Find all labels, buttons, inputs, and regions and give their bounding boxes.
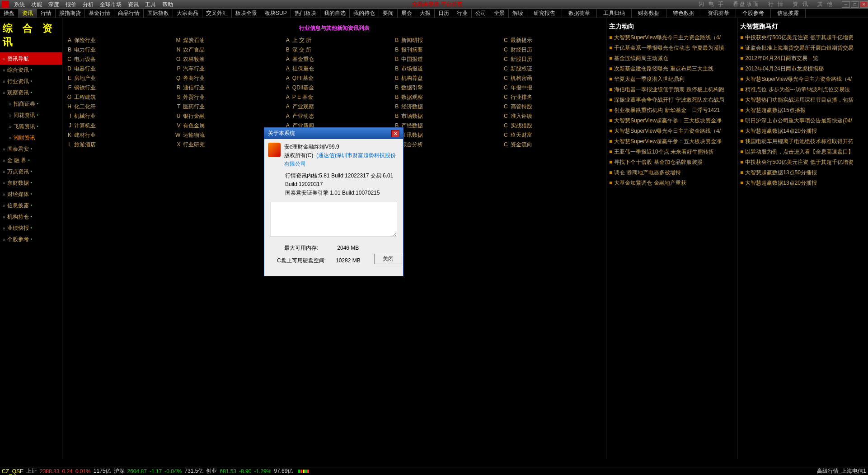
sidebar-item-财经媒体[interactable]: »财经媒体*	[0, 189, 62, 200]
tab-数据荟萃[interactable]: 数据荟萃	[562, 9, 597, 18]
list-item-年报中报[interactable]: C年报中报	[501, 83, 604, 93]
list-item-社保重仓[interactable]: A社保重仓	[282, 64, 386, 74]
tab-操盘[interactable]: 操盘	[0, 9, 19, 18]
menu-报价[interactable]: 报价	[62, 1, 80, 8]
news-item[interactable]: ■大基金加紧调仓 金融地产重获	[608, 178, 735, 188]
tab-特色数据[interactable]: 特色数据	[666, 9, 701, 18]
list-item-建材行业[interactable]: K建材行业	[64, 130, 168, 140]
tab-展会[interactable]: 展会	[398, 9, 416, 18]
list-item-基金重仓[interactable]: A基金重仓	[282, 55, 386, 64]
tab-板块SUP[interactable]: 板块SUP	[261, 9, 291, 18]
tab-我的持仓[interactable]: 我的持仓	[350, 9, 379, 18]
list-item-资金流向[interactable]: C资金流向	[501, 140, 604, 149]
list-item-机构荐盘[interactable]: B机构荐盘	[391, 74, 495, 83]
list-item-产业动态[interactable]: A产业动态	[282, 112, 386, 121]
list-item-数据引擎[interactable]: B数据引擎	[391, 83, 495, 93]
list-item-深 交 所[interactable]: B深 交 所	[282, 45, 386, 55]
list-item-医药行业[interactable]: T医药行业	[173, 102, 277, 112]
tab-基金行情[interactable]: 基金行情	[85, 9, 114, 18]
list-item-煤炭石油[interactable]: M煤炭石油	[173, 36, 277, 45]
nav-资讯[interactable]: 资 讯	[793, 0, 809, 8]
tab-信息披露[interactable]: 信息披露	[771, 9, 806, 18]
news-item[interactable]: ■大智慧SuperView超赢午参：五大板块资金净	[608, 136, 735, 147]
menu-帮助[interactable]: 帮助	[159, 1, 176, 8]
tab-行业[interactable]: 行业	[453, 9, 472, 18]
news-item[interactable]: ■大智慧SuperView曝光今日主力资金路线（4/	[608, 126, 735, 136]
news-item[interactable]: ■大智慧超赢数据14点20分播报	[739, 126, 866, 136]
tab-资讯荟萃[interactable]: 资讯荟萃	[701, 9, 736, 18]
close-button[interactable]: ✕	[860, 1, 868, 8]
news-item[interactable]: ■大智慧热门功能实战运用课程节目点播，包括	[739, 95, 866, 105]
news-item[interactable]: ■调仓 券商地产电器多被增持	[608, 168, 735, 178]
list-item-农林牧渔[interactable]: O农林牧渔	[173, 55, 277, 64]
news-item[interactable]: ■基金连续两周主动减仓	[608, 53, 735, 64]
list-item-准入评级[interactable]: C准入评级	[501, 112, 604, 121]
news-item[interactable]: ■2012年04月24日两市交易一览	[739, 53, 866, 64]
news-item[interactable]: ■证监会批准上海期货交易所开展白银期货交易	[739, 43, 866, 53]
tab-国际指数[interactable]: 国际指数	[144, 9, 173, 18]
tab-商品行情[interactable]: 商品行情	[114, 9, 144, 18]
tab-全景[interactable]: 全景	[490, 9, 509, 18]
dialog-textarea[interactable]	[271, 202, 397, 237]
list-item-电力设备[interactable]: C电力设备	[64, 55, 168, 64]
news-item[interactable]: ■大智慧超赢数据15点播报	[739, 105, 866, 116]
news-item[interactable]: ■华夏大盘一季度潜入世纪鼎利	[608, 74, 735, 84]
news-item[interactable]: ■大智慧SuperView曝光今日主力资金路线（4/	[608, 33, 735, 43]
status-code[interactable]: CZ_QSE	[2, 468, 23, 475]
sidebar-item-综合资讯[interactable]: »综合资讯*	[0, 65, 62, 76]
news-item[interactable]: ■以异动股为例，点击进入看【全息高速盘口】	[739, 147, 866, 157]
tab-要闻[interactable]: 要闻	[379, 9, 398, 18]
list-item-机构密函[interactable]: C机构密函	[501, 74, 604, 83]
news-item[interactable]: ■大智慧超赢数据13点20分播报	[739, 178, 866, 188]
sidebar-item-行业资讯[interactable]: »行业资讯*	[0, 76, 62, 87]
tab-解读[interactable]: 解读	[509, 9, 527, 18]
nav-其他[interactable]: 其 他	[817, 0, 834, 8]
list-item-券商行业[interactable]: Q券商行业	[173, 74, 277, 83]
list-item-新闻研报[interactable]: B新闻研报	[391, 36, 495, 45]
list-item-计算机业[interactable]: J计算机业	[64, 121, 168, 130]
dialog-titlebar[interactable]: 关于本系统 ✕	[264, 128, 403, 139]
news-item[interactable]: ■海信电器一季报业绩低于预期 跌停板上机构跑	[608, 84, 735, 95]
list-item-电力行业[interactable]: B电力行业	[64, 45, 168, 55]
list-item-市场报道[interactable]: B市场报道	[391, 64, 495, 74]
news-item[interactable]: ■次新基金建仓路径曝光 重点布局三大主线	[608, 64, 735, 74]
dialog-close-icon[interactable]: ✕	[391, 130, 399, 137]
list-item-行业研究[interactable]: X行业研究	[173, 140, 277, 149]
menu-资讯[interactable]: 资讯	[125, 1, 142, 8]
list-item-工程建筑[interactable]: G工程建筑	[64, 93, 168, 102]
news-item[interactable]: ■明日沪深上市公司重大事项公告最新快递(04/	[739, 116, 866, 126]
list-item-新股权证[interactable]: C新股权证	[501, 64, 604, 74]
news-item[interactable]: ■中投获央行500亿美元注资 低于其超千亿增资	[739, 157, 866, 168]
tab-我的自选[interactable]: 我的自选	[320, 9, 350, 18]
sz-index[interactable]: 2604.87	[127, 468, 147, 475]
list-item-旅游酒店[interactable]: L旅游酒店	[64, 140, 168, 149]
list-item-保险行业[interactable]: A保险行业	[64, 36, 168, 45]
dialog-close-button[interactable]: 关闭	[374, 254, 402, 264]
nav-行情[interactable]: 行 情	[768, 0, 784, 8]
sh-index[interactable]: 2388.83	[40, 468, 59, 475]
sidebar-item-观察资讯[interactable]: »观察资讯*	[0, 87, 62, 98]
sidebar-item-国泰君安[interactable]: »国泰君安*	[0, 144, 62, 155]
list-item-QDII基金[interactable]: AQDII基金	[282, 83, 386, 93]
list-item-QFII基金[interactable]: AQFII基金	[282, 74, 386, 83]
list-item-电器行业[interactable]: D电器行业	[64, 64, 168, 74]
sidebar-item-招商证券[interactable]: »招商证券*	[0, 98, 62, 110]
tab-热门板块[interactable]: 热门板块	[291, 9, 320, 18]
list-item-财经日历[interactable]: C财经日历	[501, 45, 604, 55]
list-item-P E 基金[interactable]: AP E 基金	[282, 93, 386, 102]
menu-深度[interactable]: 深度	[45, 1, 62, 8]
news-item[interactable]: ■王亚伟一季报近10个点 未来看好牛熊转折	[608, 147, 735, 157]
tab-公司[interactable]: 公司	[472, 9, 490, 18]
tab-交叉外汇[interactable]: 交叉外汇	[202, 9, 232, 18]
list-item-实战猎股[interactable]: C实战猎股	[501, 121, 604, 130]
tab-工具归纳[interactable]: 工具归纳	[597, 9, 632, 18]
news-item[interactable]: ■中投获央行500亿美元注资 低于其超千亿增资	[739, 33, 866, 43]
list-item-新股日历[interactable]: C新股日历	[501, 55, 604, 64]
tab-大宗商品[interactable]: 大宗商品	[173, 9, 202, 18]
sidebar-item-同花资讯[interactable]: »同花资讯*	[0, 110, 62, 121]
sidebar-item-东财数据[interactable]: »东财数据*	[0, 177, 62, 189]
news-item[interactable]: ■大智慧SuperView超赢午参：三大板块资金净	[608, 116, 735, 126]
sidebar-item-万点资讯[interactable]: »万点资讯*	[0, 166, 62, 177]
tab-财务数据[interactable]: 财务数据	[632, 9, 666, 18]
sidebar-item-业绩快报[interactable]: »业绩快报*	[0, 223, 62, 234]
